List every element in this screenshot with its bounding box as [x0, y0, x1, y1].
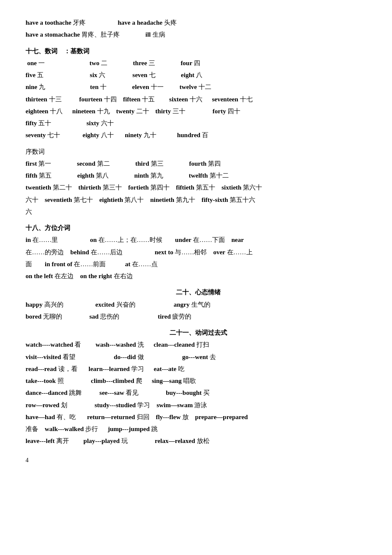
direction-row-4: on the left 在左边 on the right 在右边	[26, 270, 371, 282]
section-18: 十八、方位介词 in 在……里 on 在……上；在……时候 under 在……下…	[26, 222, 371, 282]
verb-row-8: 准备 walk---walked 步行 jump---jumped 跳	[26, 423, 371, 434]
page-content: have a toothache 牙疼 have a headache 头疼 h…	[26, 17, 371, 466]
section-21: 二十一、动词过去式 watch----watched 看 wash---wash…	[26, 327, 371, 447]
direction-row-1: in 在……里 on 在……上；在……时候 under 在……下面 near	[26, 234, 371, 245]
vocab-line-2: have a stomachache 胃疼、肚子疼 ill 生病	[26, 29, 371, 40]
section-18-title: 十八、方位介词	[26, 222, 371, 233]
ordinal-row-1: first 第一 second 第二 third 第三 fourth 第四	[26, 158, 371, 169]
verb-row-1: watch----watched 看 wash---washed 洗 clean…	[26, 339, 371, 350]
direction-row-2: 在……的旁边 behind 在……后边 next to 与……相邻 over 在…	[26, 247, 371, 258]
verb-row-6: row—rowed 划 study---studied 学习 swim—swam…	[26, 400, 371, 411]
stomachache-text: have a stomachache	[26, 31, 80, 38]
numbers-row-1: one 一 two 二 three 三 four 四	[26, 58, 371, 69]
ordinal-row-2: fifth 第五 eighth 第八 ninth 第九 twelfth 第十二	[26, 170, 371, 181]
direction-row-3: 面 in front of 在……前面 at 在……点	[26, 259, 371, 270]
toothache-text: have a toothache	[26, 19, 72, 26]
page-number-text: 4	[26, 457, 29, 463]
emotion-row-2: bored 无聊的 sad 悲伤的 tired 疲劳的	[26, 311, 371, 322]
verb-row-5: dance---danced 跳舞 see---saw 看见 buy---bou…	[26, 387, 371, 398]
section-ordinal: 序数词 first 第一 second 第二 third 第三 fourth 第…	[26, 146, 371, 218]
verb-row-7: have—had 有、吃 return—returned 归回 fly---fl…	[26, 411, 371, 423]
ordinal-row-4: 六十 seventieth 第七十 eightieth 第八十 ninetiet…	[26, 194, 371, 205]
ordinal-row-5: 六	[26, 206, 371, 217]
numbers-row-2: five 五 six 六 seven 七 eight 八	[26, 69, 371, 81]
section-20-title: 二十、心态情绪	[26, 287, 371, 298]
numbers-row-4: thirteen 十三 fourteen 十四 fifteen 十五 sixte…	[26, 94, 371, 105]
verb-row-9: leave---left 离开 play---played 玩 relax—re…	[26, 435, 371, 446]
numbers-row-6: fifty 五十 sixty 六十	[26, 118, 371, 129]
section-17-title: 十七、数词 ：基数词	[26, 46, 371, 57]
ordinal-title: 序数词	[26, 146, 371, 157]
verb-row-2: visit---visited 看望 do---did 做 go---went …	[26, 351, 371, 362]
section-21-title: 二十一、动词过去式	[26, 327, 371, 338]
numbers-row-5: eighteen 十八 nineteen 十九 twenty 二十 thirty…	[26, 106, 371, 117]
verb-row-4: take---took 照 climb---climbed 爬 sing—san…	[26, 375, 371, 386]
verb-row-3: read---read 读，看 learn---learned 学习 eat--…	[26, 363, 371, 374]
ill-text: ill	[145, 31, 151, 38]
section-20: 二十、心态情绪 happy 高兴的 excited 兴奋的 angry 生气的 …	[26, 287, 371, 322]
emotion-row-1: happy 高兴的 excited 兴奋的 angry 生气的	[26, 299, 371, 310]
section-17: 十七、数词 ：基数词 one 一 two 二 three 三 four 四 fi…	[26, 46, 371, 141]
headache-text: have a headache	[118, 19, 162, 26]
ordinal-row-3: twentieth 第二十 thirtieth 第三十 fortieth 第四十…	[26, 182, 371, 193]
numbers-row-7: seventy 七十 eighty 八十 ninety 九十 hundred 百	[26, 129, 371, 141]
numbers-row-3: nine 九 ten 十 eleven 十一 twelve 十二	[26, 81, 371, 92]
page-number: 4	[26, 455, 371, 466]
vocab-line-1: have a toothache 牙疼 have a headache 头疼	[26, 17, 371, 28]
header-vocab-section: have a toothache 牙疼 have a headache 头疼 h…	[26, 17, 371, 40]
